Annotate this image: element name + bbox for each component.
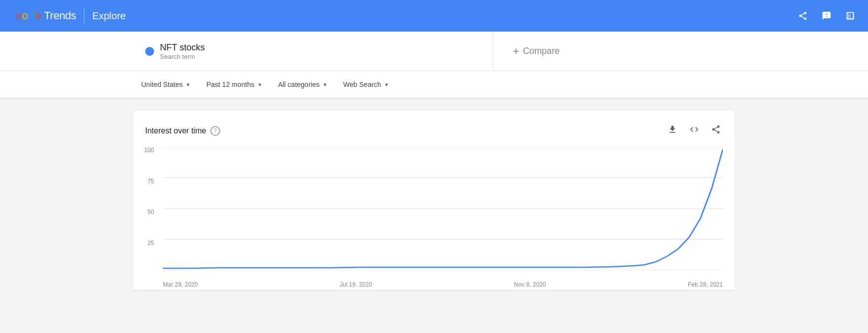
explore-label: Explore — [92, 10, 126, 22]
chart-svg — [163, 147, 723, 270]
main-content: Interest over time ? — [0, 99, 868, 302]
feedback-button[interactable] — [817, 6, 836, 26]
y-label-100: 100 — [144, 147, 158, 154]
search-term-type: Search term — [160, 53, 205, 60]
logo-o1: o — [16, 9, 22, 22]
search-type-label: Web Search — [343, 81, 381, 88]
logo-area: Google Trends — [8, 9, 76, 22]
search-dot — [145, 47, 154, 56]
x-label-nov: Nov 8, 2020 — [514, 281, 546, 288]
chart-header: Interest over time ? — [133, 123, 735, 147]
header-divider — [84, 8, 84, 24]
location-filter[interactable]: United States ▼ — [133, 77, 198, 92]
category-dropdown-arrow: ▼ — [322, 82, 327, 87]
logo-g: G — [8, 9, 16, 22]
chart-actions — [666, 123, 723, 139]
location-dropdown-arrow: ▼ — [186, 82, 191, 87]
search-term-info: NFT stocks Search term — [160, 42, 205, 60]
header-actions — [793, 6, 860, 26]
chart-title-area: Interest over time ? — [145, 126, 220, 136]
download-icon — [668, 125, 677, 134]
embed-button[interactable] — [687, 123, 701, 139]
app-header: Google Trends Explore — [0, 0, 868, 32]
search-area: NFT stocks Search term + Compare — [0, 32, 868, 71]
compare-area: + Compare — [493, 32, 868, 71]
time-range-dropdown-arrow: ▼ — [257, 82, 262, 87]
compare-plus-icon: + — [513, 45, 519, 58]
share-button[interactable] — [793, 6, 813, 26]
logo-g2: g — [28, 9, 34, 22]
embed-icon — [689, 125, 699, 134]
search-type-filter[interactable]: Web Search ▼ — [335, 77, 397, 92]
search-term-name: NFT stocks — [160, 42, 205, 53]
feedback-icon — [822, 11, 831, 21]
chart-title: Interest over time — [145, 126, 206, 135]
y-label-50: 50 — [148, 208, 158, 215]
y-axis-labels: 100 75 50 25 — [133, 147, 158, 270]
category-filter[interactable]: All categories ▼ — [270, 77, 335, 92]
x-label-jul: Jul 19, 2020 — [340, 281, 372, 288]
filter-bar: United States ▼ Past 12 months ▼ All cat… — [0, 71, 868, 99]
time-range-filter[interactable]: Past 12 months ▼ — [198, 77, 270, 92]
logo-text: Google Trends — [8, 9, 76, 22]
logo-e: e — [36, 9, 41, 22]
download-button[interactable] — [666, 123, 679, 139]
y-label-75: 75 — [148, 178, 158, 185]
logo-o2: o — [22, 9, 28, 22]
apps-button[interactable] — [840, 6, 860, 26]
location-label: United States — [141, 81, 183, 88]
share-chart-icon — [711, 125, 721, 134]
compare-label: Compare — [523, 46, 559, 56]
time-range-label: Past 12 months — [206, 81, 254, 88]
y-label-25: 25 — [148, 240, 158, 247]
chart-container: 100 75 50 25 Mar 29, 2020 Jul 19, 2020 — [133, 147, 735, 290]
apps-icon — [845, 11, 855, 21]
interest-over-time-card: Interest over time ? — [133, 111, 735, 290]
x-axis-labels: Mar 29, 2020 Jul 19, 2020 Nov 8, 2020 Fe… — [163, 281, 723, 288]
category-label: All categories — [278, 81, 319, 88]
search-type-dropdown-arrow: ▼ — [384, 82, 389, 87]
help-label: ? — [213, 127, 217, 134]
share-icon — [798, 11, 808, 21]
x-label-mar: Mar 29, 2020 — [163, 281, 198, 288]
logo-trends: Trends — [44, 9, 76, 22]
share-chart-button[interactable] — [709, 123, 723, 139]
x-label-feb: Feb 28, 2021 — [688, 281, 723, 288]
search-term-container[interactable]: NFT stocks Search term — [133, 32, 493, 71]
compare-button[interactable]: + Compare — [513, 45, 560, 58]
help-icon[interactable]: ? — [210, 126, 220, 136]
